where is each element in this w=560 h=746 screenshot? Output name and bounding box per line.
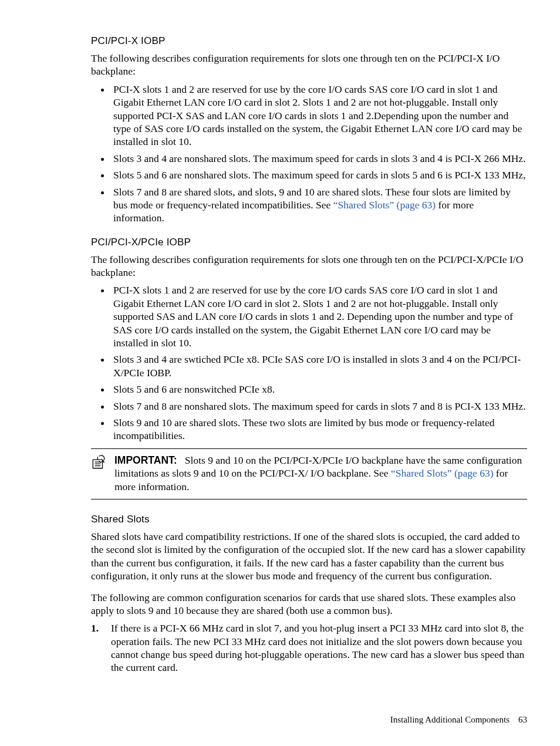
intro-paragraph: The following describes configuration re… bbox=[91, 52, 527, 78]
footer-page-number: 63 bbox=[518, 715, 527, 724]
link-shared-slots[interactable]: “Shared Slots” (page 63) bbox=[391, 467, 493, 479]
footer-section: Installing Additional Components bbox=[390, 715, 510, 724]
list-item: Slots 5 and 6 are nonshared slots. The m… bbox=[111, 168, 527, 181]
link-shared-slots[interactable]: “Shared Slots” (page 63) bbox=[333, 199, 436, 211]
list-item: Slots 7 and 8 are shared slots, and slot… bbox=[111, 185, 527, 225]
heading-pci-pcix-iobp: PCI/PCI-X IOBP bbox=[91, 35, 527, 47]
note-body: IMPORTANT: Slots 9 and 10 on the PCI/PCI… bbox=[114, 454, 527, 493]
list-item: Slots 9 and 10 are shared slots. These t… bbox=[111, 416, 527, 443]
list-item: PCI-X slots 1 and 2 are reserved for use… bbox=[111, 83, 527, 148]
list-item: Slots 7 and 8 are nonshared slots. The m… bbox=[111, 400, 527, 413]
bullet-list: PCI-X slots 1 and 2 are reserved for use… bbox=[91, 83, 527, 225]
list-item: Slots 3 and 4 are swtiched PCIe x8. PCIe… bbox=[111, 353, 527, 379]
bullet-list: PCI-X slots 1 and 2 are reserved for use… bbox=[91, 283, 527, 442]
numbered-list: If there is a PCI-X 66 MHz card in slot … bbox=[91, 622, 527, 674]
list-item: PCI-X slots 1 and 2 are reserved for use… bbox=[111, 283, 527, 349]
intro-paragraph: The following describes configuration re… bbox=[91, 253, 527, 279]
list-item: Slots 5 and 6 are nonswitched PCIe x8. bbox=[111, 383, 527, 396]
note-label: IMPORTANT: bbox=[114, 454, 177, 466]
heading-pci-pcix-pcie-iobp: PCI/PCI-X/PCIe IOBP bbox=[91, 237, 527, 248]
document-page: PCI/PCI-X IOBP The following describes c… bbox=[0, 0, 560, 746]
important-note: IMPORTANT: Slots 9 and 10 on the PCI/PCI… bbox=[91, 448, 527, 499]
list-item: If there is a PCI-X 66 MHz card in slot … bbox=[91, 622, 527, 674]
list-item: Slots 3 and 4 are nonshared slots. The m… bbox=[111, 152, 527, 165]
page-footer: Installing Additional Components 63 bbox=[390, 715, 527, 725]
heading-shared-slots: Shared Slots bbox=[91, 514, 527, 525]
important-icon bbox=[91, 454, 114, 493]
paragraph: Shared slots have card compatibility res… bbox=[91, 530, 527, 583]
paragraph: The following are common configuration s… bbox=[91, 591, 527, 617]
